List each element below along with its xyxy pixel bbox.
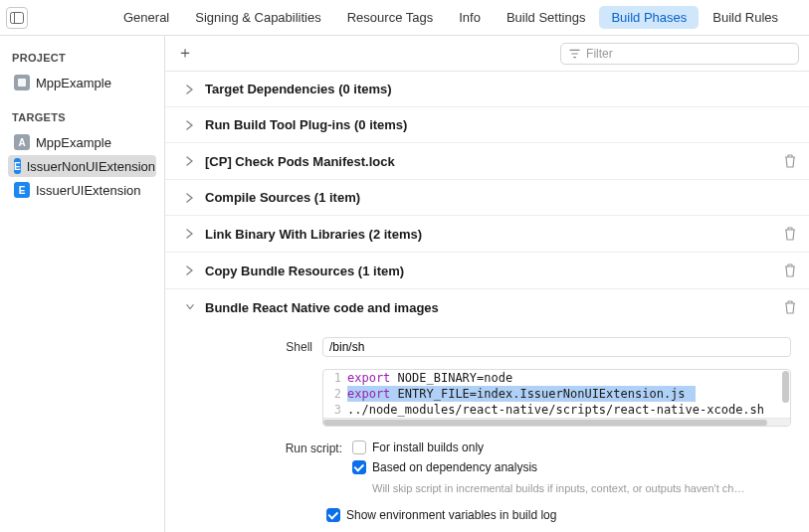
phase-check-pods-manifest[interactable]: [CP] Check Pods Manifest.lock [165,143,809,180]
target-label: IssuerUIExtension [36,183,141,198]
project-name-label: MppExample [36,76,111,90]
phase-run-build-tool-plugins[interactable]: Run Build Tool Plug-ins (0 items) [165,107,809,143]
chevron-right-icon [185,193,195,203]
shell-label: Shell [283,340,312,354]
sidebar: PROJECT MppExample TARGETS A MppExample … [0,36,165,532]
tab-build-phases[interactable]: Build Phases [599,6,699,29]
app-icon [14,75,30,90]
add-phase-button[interactable]: ＋ [175,44,195,64]
line-number: 3 [323,402,347,418]
phase-title: Link Binary With Libraries (2 items) [205,227,773,242]
trash-icon [783,299,797,315]
delete-phase-button[interactable] [783,226,799,242]
run-script-label: Run script: [283,441,342,455]
code-text: NODE_BINARY=node [390,371,512,385]
tab-build-settings[interactable]: Build Settings [495,6,598,29]
show-env-vars-label: Show environment variables in build log [346,508,556,522]
phase-title: Copy Bundle Resources (1 item) [205,264,773,278]
install-only-label: For install builds only [372,441,484,454]
horizontal-scrollbar[interactable] [323,418,790,426]
delete-phase-button[interactable] [783,299,799,315]
phase-target-dependencies[interactable]: Target Dependencies (0 items) [165,72,809,107]
sidebar-target-issuerui[interactable]: E IssuerUIExtension [8,179,156,201]
phase-title: Run Build Tool Plug-ins (0 items) [205,117,799,132]
svg-rect-0 [11,12,24,23]
tab-general[interactable]: General [111,6,181,29]
chevron-right-icon [185,120,195,130]
trash-icon [783,263,797,278]
app-icon: A [14,134,30,150]
sidebar-toggle-button[interactable] [6,7,28,29]
sidebar-icon [10,12,24,24]
extension-icon: E [14,158,21,174]
tab-signing[interactable]: Signing & Capabilities [183,6,332,29]
target-label: MppExample [36,135,111,150]
trash-icon [783,226,797,242]
targets-section-label: TARGETS [12,111,152,123]
keyword: export [347,387,390,401]
chevron-down-icon [185,302,195,312]
chevron-right-icon [185,266,195,275]
trash-icon [783,153,797,169]
line-number: 2 [323,386,347,402]
dependency-analysis-hint: Will skip script in incremental builds i… [372,482,744,494]
delete-phase-button[interactable] [783,263,799,278]
sidebar-target-issuernonui[interactable]: E IssuerNonUIExtension [8,155,156,177]
svg-rect-2 [18,79,26,87]
scrollbar-thumb[interactable] [323,420,767,426]
project-section-label: PROJECT [12,52,152,64]
install-only-checkbox[interactable] [352,441,366,454]
code-text: ENTRY_FILE=index.IssuerNonUIExtension.js [390,387,685,401]
phase-title: Bundle React Native code and images [205,300,773,315]
target-label: IssuerNonUIExtension [27,159,155,174]
dependency-analysis-label: Based on dependency analysis [372,460,537,474]
tab-resource-tags[interactable]: Resource Tags [335,6,445,29]
code-text: ../node_modules/react-native/scripts/rea… [347,403,764,417]
delete-phase-button[interactable] [783,153,799,169]
phase-title: Compile Sources (1 item) [205,190,799,205]
chevron-right-icon [185,229,195,239]
extension-icon: E [14,182,30,198]
chevron-right-icon [185,85,195,94]
phase-link-binary[interactable]: Link Binary With Libraries (2 items) [165,216,809,253]
phase-title: Target Dependencies (0 items) [205,82,799,96]
phase-copy-bundle-resources[interactable]: Copy Bundle Resources (1 item) [165,253,809,289]
filter-input[interactable] [586,47,790,61]
script-editor[interactable]: 1 export NODE_BINARY=node 2 export ENTRY… [322,369,791,427]
filter-icon [569,48,580,60]
tab-build-rules[interactable]: Build Rules [701,6,790,29]
shell-input[interactable] [322,337,791,357]
vertical-scrollbar-thumb[interactable] [782,371,789,403]
dependency-analysis-checkbox[interactable] [352,460,366,474]
phase-bundle-react-native[interactable]: Bundle React Native code and images [165,289,809,325]
tab-info[interactable]: Info [447,6,493,29]
filter-field[interactable] [560,43,799,65]
line-number: 1 [323,370,347,386]
phase-title: [CP] Check Pods Manifest.lock [205,154,773,169]
plus-icon: ＋ [177,43,193,64]
sidebar-target-mppexample[interactable]: A MppExample [8,131,156,153]
sidebar-project-item[interactable]: MppExample [8,72,156,93]
keyword: export [347,371,390,385]
chevron-right-icon [185,156,195,166]
phase-expanded-body: Shell 1 export NODE_BINARY=node 2 export… [165,325,809,532]
show-env-vars-checkbox[interactable] [326,508,340,522]
phase-compile-sources[interactable]: Compile Sources (1 item) [165,180,809,216]
